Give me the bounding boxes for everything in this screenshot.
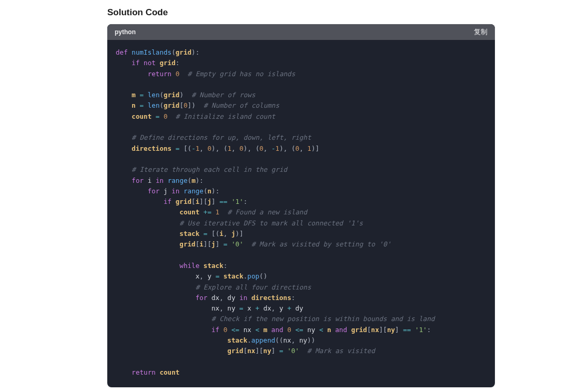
copy-button[interactable]: 复制 <box>474 28 488 37</box>
code-content[interactable]: def numIslands(grid): if not grid: retur… <box>107 40 495 387</box>
code-language-label: python <box>115 28 136 36</box>
code-block-header: python 复制 <box>107 24 495 40</box>
code-block: python 复制 def numIslands(grid): if not g… <box>107 24 495 387</box>
section-title: Solution Code <box>107 7 568 18</box>
